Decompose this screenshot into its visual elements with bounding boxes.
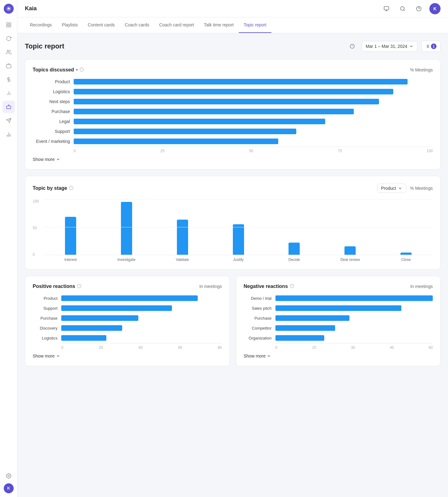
vbar-bar-decide xyxy=(289,243,300,255)
header-avatar[interactable]: K xyxy=(429,3,441,14)
bar-row-event-marketing: Event / marketing xyxy=(33,139,433,144)
nav-talk-time-report[interactable]: Talk time report xyxy=(199,17,239,33)
neg-axis-15: 15 xyxy=(312,345,316,350)
y-axis: 100 50 0 xyxy=(33,199,39,257)
neg-bar-track-competitor xyxy=(275,325,433,331)
bar-track-logistics xyxy=(74,89,433,94)
sidebar-item-dollar[interactable] xyxy=(2,73,15,86)
sidebar-item-chart[interactable] xyxy=(2,87,15,99)
bar-row-product: Product xyxy=(33,79,433,84)
axis-label-50: 50 xyxy=(249,149,253,153)
bar-label-event-marketing: Event / marketing xyxy=(33,139,70,144)
neg-bar-fill-competitor xyxy=(275,325,335,331)
screen-icon[interactable] xyxy=(381,3,392,14)
topics-show-more[interactable]: Show more xyxy=(33,157,433,162)
sidebar-item-grid[interactable] xyxy=(2,19,15,31)
neg-bar-label-competitor: Competitor xyxy=(244,326,272,331)
neg-bar-label-sales: Sales pitch xyxy=(244,306,272,311)
topics-discussed-dropdown-arrow[interactable]: ▾ xyxy=(76,68,78,72)
axis-label-0: 0 xyxy=(74,149,76,153)
nav-content-cards[interactable]: Content cards xyxy=(83,17,120,33)
reactions-section: Positive reactions In meetings Product xyxy=(25,276,441,366)
x-label-deal-review: Deal review xyxy=(323,258,377,262)
pos-bar-row-support: Support xyxy=(33,305,222,311)
topic-by-stage-info-icon[interactable] xyxy=(69,186,73,191)
nav-playlists[interactable]: Playlists xyxy=(57,17,83,33)
nav-bar: Recordings Playlists Content cards Coach… xyxy=(17,17,448,33)
sidebar-item-bar[interactable] xyxy=(2,128,15,140)
bar-row-support: Support xyxy=(33,129,433,134)
positive-reactions-title: Positive reactions xyxy=(33,284,81,289)
page-header-right: Mar 1 – Mar 31, 2024 1 xyxy=(347,41,441,52)
sidebar-item-settings[interactable] xyxy=(2,470,15,482)
app-logo[interactable] xyxy=(4,4,14,14)
svg-point-5 xyxy=(7,50,9,52)
sidebar-item-send[interactable] xyxy=(2,114,15,127)
sidebar-item-refresh[interactable] xyxy=(2,32,15,45)
pos-bar-track-purchase xyxy=(61,315,222,321)
svg-rect-11 xyxy=(7,106,11,109)
bar-track-event-marketing xyxy=(74,139,433,144)
bar-row-logistics: Logistics xyxy=(33,89,433,94)
vbar-bar-validate xyxy=(177,220,188,255)
vbar-chart-wrapper: 100 50 0 xyxy=(33,199,433,262)
nav-coach-cards[interactable]: Coach cards xyxy=(120,17,154,33)
bar-track-legal xyxy=(74,119,433,124)
page-title: Topic report xyxy=(25,42,64,50)
nav-topic-report[interactable]: Topic report xyxy=(239,17,271,33)
negative-reactions-header: Negative reactions In meetings xyxy=(244,284,433,289)
bar-fill-next-steps xyxy=(74,99,379,104)
vbar-bar-close xyxy=(400,253,412,255)
positive-show-more[interactable]: Show more xyxy=(33,353,222,358)
page-header: Topic report Mar 1 – Mar 31, 2024 1 xyxy=(25,41,441,52)
sidebar-bottom: K xyxy=(2,470,15,493)
topic-by-stage-dropdown[interactable]: Product xyxy=(377,184,406,193)
date-range-label: Mar 1 – Mar 31, 2024 xyxy=(366,44,407,49)
bar-label-purchase: Purchase xyxy=(33,109,70,114)
sidebar-item-robot[interactable] xyxy=(2,101,15,113)
nav-recordings[interactable]: Recordings xyxy=(25,17,57,33)
help-icon[interactable] xyxy=(413,3,424,14)
axis-label-25: 25 xyxy=(160,149,164,153)
neg-bar-track-purchase xyxy=(275,315,433,321)
negative-show-more[interactable]: Show more xyxy=(244,353,433,358)
search-icon[interactable] xyxy=(397,3,408,14)
pos-axis-80: 80 xyxy=(218,345,222,350)
negative-reactions-chart: Demo / trial Sales pitch Purchase xyxy=(244,295,433,341)
vbar-bar-justify xyxy=(233,224,244,255)
main-content: Kaia K Recordings Playlists Content card… xyxy=(17,0,448,497)
sidebar: K xyxy=(0,0,17,497)
pos-bar-label-purchase: Purchase xyxy=(33,316,58,321)
topics-discussed-chart: Product Logistics Next steps xyxy=(33,79,433,144)
user-avatar[interactable]: K xyxy=(4,483,14,493)
negative-reactions-info-icon[interactable] xyxy=(290,284,294,289)
topics-discussed-metric: % Meetings xyxy=(410,67,433,72)
pos-bar-track-support xyxy=(61,305,222,311)
sidebar-item-briefcase[interactable] xyxy=(2,60,15,72)
topics-discussed-info-icon[interactable] xyxy=(80,67,84,73)
neg-bar-track-demo xyxy=(275,295,433,301)
pos-axis-60: 60 xyxy=(178,345,182,350)
bar-fill-legal xyxy=(74,119,325,124)
bar-label-logistics: Logistics xyxy=(33,89,70,94)
bar-label-product: Product xyxy=(33,79,70,84)
bar-track-support xyxy=(74,129,433,134)
neg-bar-track-sales xyxy=(275,305,433,311)
positive-reactions-info-icon[interactable] xyxy=(77,284,81,289)
pos-bar-track-logistics xyxy=(61,335,222,341)
date-filter[interactable]: Mar 1 – Mar 31, 2024 xyxy=(362,41,418,52)
bar-fill-logistics xyxy=(74,89,393,94)
y-label-0: 0 xyxy=(33,253,39,257)
page-info-icon[interactable] xyxy=(347,41,358,52)
nav-coach-card-report[interactable]: Coach card report xyxy=(154,17,199,33)
svg-rect-3 xyxy=(7,25,8,27)
filter-button[interactable]: 1 xyxy=(421,41,441,52)
sidebar-item-users[interactable] xyxy=(2,46,15,58)
vbar-bar-investigate xyxy=(121,202,132,255)
positive-reactions-header: Positive reactions In meetings xyxy=(33,284,222,289)
pos-bar-label-logistics: Logistics xyxy=(33,336,58,340)
x-label-justify: Justify xyxy=(212,258,265,262)
bar-track-product xyxy=(74,79,433,84)
topic-by-stage-chart: 100 50 0 xyxy=(33,199,433,262)
neg-bar-fill-sales xyxy=(275,305,401,311)
